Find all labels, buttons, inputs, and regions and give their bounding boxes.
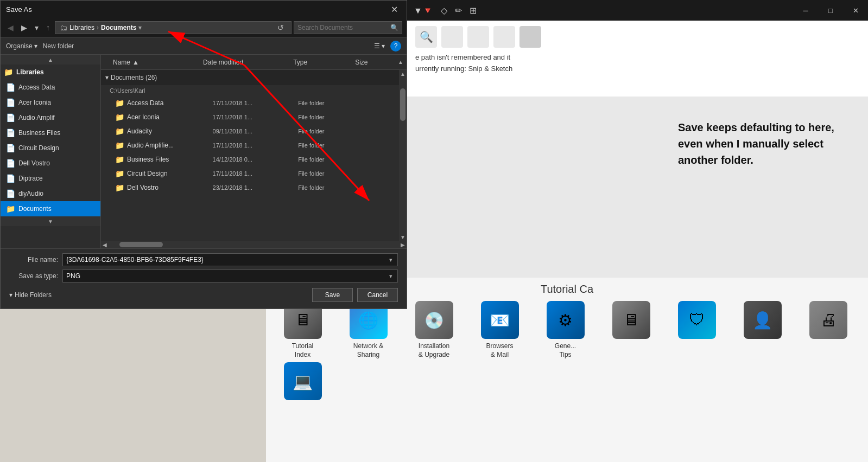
new-folder-button[interactable]: New folder xyxy=(43,42,74,50)
filename-input-wrap: ▾ xyxy=(62,253,398,266)
annotation-text: Save keeps defaulting to here, even when… xyxy=(678,119,852,168)
filename-input[interactable] xyxy=(66,256,388,264)
access-data-file-icon: 📁 xyxy=(115,99,124,107)
nav-item-acer-iconia[interactable]: 📄 Acer Iconia xyxy=(1,95,100,110)
dialog-bottom: File name: ▾ Save as type: ▾ ▾ Hide Fold… xyxy=(1,248,407,309)
dialog-toolbar: Organise ▾ New folder ☰ ▾ ? xyxy=(1,37,407,55)
nav-libraries-header: 📁 Libraries xyxy=(1,65,100,80)
nav-item-diyaudio[interactable]: 📄 diyAudio xyxy=(1,186,100,201)
cancel-button[interactable]: Cancel xyxy=(357,288,398,302)
tutorial-icon-network[interactable]: 🌐 Network &Sharing xyxy=(337,301,400,359)
diyaudio-icon: 📄 xyxy=(6,189,15,198)
dell-vostro-file-icon: 📁 xyxy=(115,183,124,192)
file-list-area: Name ▲ Date modified Type Size ▲ xyxy=(101,55,407,248)
vertical-scrollbar[interactable]: ▲ ▼ xyxy=(399,70,407,241)
file-row-audio-amp[interactable]: 📁 Audio Amplifie... 17/11/2018 1... File… xyxy=(101,138,399,152)
tutorial-icon-user[interactable]: 👤 xyxy=(731,301,794,359)
scroll-left-arrow[interactable]: ◀ xyxy=(101,241,109,248)
dell-vostro-icon: 📄 xyxy=(6,159,15,168)
save-button[interactable]: Save xyxy=(312,288,353,302)
horizontal-scrollbar[interactable]: ◀ ▶ xyxy=(101,241,407,248)
dialog-close-button[interactable]: ✕ xyxy=(388,3,401,16)
dialog-title: Save As xyxy=(6,5,32,14)
nav-dropdown-button[interactable]: ▾ xyxy=(32,22,41,33)
hide-folders-button[interactable]: ▾ Hide Folders xyxy=(9,291,52,299)
pdf-icon-strip: 🔍 xyxy=(415,26,860,48)
tutorial-icon-install[interactable]: 💿 Installation& Upgrade xyxy=(403,301,465,359)
scroll-h-thumb[interactable] xyxy=(119,242,163,247)
help-button[interactable]: ? xyxy=(390,41,401,52)
list-scroll-up[interactable]: ▲ xyxy=(397,55,404,70)
nav-up-button[interactable]: ↑ xyxy=(43,22,53,33)
filter-icon[interactable]: ▼🔻 xyxy=(414,5,433,16)
tutorial-icon-blue[interactable]: 💻 xyxy=(271,362,334,403)
tutorial-icon-shield[interactable]: 🛡 xyxy=(666,301,728,359)
documents-icon: 📁 xyxy=(6,204,15,213)
file-row-dell-vostro[interactable]: 📁 Dell Vostro 23/12/2018 1... File folde… xyxy=(101,181,399,195)
window-controls: ─ □ ✕ xyxy=(793,0,868,21)
tutorial-icon-index[interactable]: 🖥 TutorialIndex xyxy=(271,301,334,359)
breadcrumb-libraries: Libraries xyxy=(69,24,94,31)
col-header-type[interactable]: Type xyxy=(290,59,352,66)
icon-grid: 🖥 TutorialIndex 🌐 Network &Sharing 💿 Ins… xyxy=(266,301,868,403)
file-row-acer-iconia[interactable]: 📁 Acer Iconia 17/11/2018 1... File folde… xyxy=(101,110,399,124)
crop-icon[interactable]: ⊞ xyxy=(470,5,477,16)
nav-forward-button[interactable]: ▶ xyxy=(18,22,30,33)
circuit-design-file-icon: 📁 xyxy=(115,169,124,178)
view-button[interactable]: ☰ ▾ xyxy=(374,42,385,50)
pdf-text-line1: e path isn't remembered and it xyxy=(415,53,860,61)
nav-scroll-down[interactable]: ▼ xyxy=(1,216,100,226)
close-button[interactable]: ✕ xyxy=(843,0,868,21)
savetype-input[interactable] xyxy=(66,272,388,280)
pdf-thumb-4 xyxy=(493,26,515,48)
breadcrumb-sep: › xyxy=(97,24,99,31)
scroll-right-arrow[interactable]: ▶ xyxy=(399,241,407,248)
tutorial-icon-network-label: Network &Sharing xyxy=(353,342,383,359)
nav-item-circuit-design[interactable]: 📄 Circuit Design xyxy=(1,140,100,156)
nav-item-audio-amplif[interactable]: 📄 Audio Amplif xyxy=(1,110,100,125)
tutorial-icon-index-label: TutorialIndex xyxy=(292,342,314,359)
file-row-access-data[interactable]: 📁 Access Data 17/11/2018 1... File folde… xyxy=(101,96,399,110)
nav-item-access-data[interactable]: 📄 Access Data xyxy=(1,80,100,95)
tutorial-icon-general[interactable]: ⚙ Gene...Tips xyxy=(534,301,597,359)
pdf-doc-top: 🔍 e path isn't remembered and it urrentl… xyxy=(407,21,868,97)
col-header-name[interactable]: Name ▲ xyxy=(110,59,200,66)
tutorial-icon-monitor2[interactable]: 🖥 xyxy=(600,301,662,359)
savetype-dropdown-btn[interactable]: ▾ xyxy=(388,273,394,280)
breadcrumb-icon: 🗂 xyxy=(60,23,67,32)
libraries-folder-icon: 📁 xyxy=(4,68,13,76)
file-content: ▾ Documents (26) C:\Users\Karl 📁 Access … xyxy=(101,70,407,241)
pdf-toolbar-left: ▼🔻 ◇ ✏ ⊞ xyxy=(414,5,477,16)
file-row-circuit-design[interactable]: 📁 Circuit Design 17/11/2018 1... File fo… xyxy=(101,166,399,181)
eraser-icon[interactable]: ◇ xyxy=(441,5,447,16)
search-box: 🔍 xyxy=(294,21,402,34)
nav-back-button[interactable]: ◀ xyxy=(5,22,16,33)
scroll-down-arrow[interactable]: ▼ xyxy=(399,233,407,241)
pen-icon[interactable]: ✏ xyxy=(455,5,462,16)
scroll-thumb[interactable] xyxy=(400,88,406,121)
breadcrumb-dropdown[interactable]: ▾ xyxy=(138,24,142,31)
nav-item-business-files[interactable]: 📄 Business Files xyxy=(1,125,100,140)
pdf-thumb-3 xyxy=(467,26,489,48)
file-row-audacity[interactable]: 📁 Audacity 09/11/2018 1... File folder xyxy=(101,124,399,138)
nav-item-diptrace[interactable]: 📄 Diptrace xyxy=(1,171,100,186)
tutorial-icon-general-label: Gene...Tips xyxy=(555,342,576,359)
col-header-date[interactable]: Date modified xyxy=(200,59,290,66)
nav-item-dell-vostro[interactable]: 📄 Dell Vostro xyxy=(1,156,100,171)
filename-dropdown-btn[interactable]: ▾ xyxy=(388,256,394,264)
organise-button[interactable]: Organise ▾ xyxy=(6,42,37,50)
tutorial-icon-browser[interactable]: 📧 Browsers& Mail xyxy=(468,301,531,359)
pdf-thumb-1: 🔍 xyxy=(415,26,437,48)
search-input[interactable] xyxy=(297,24,388,31)
col-header-size[interactable]: Size xyxy=(352,59,397,66)
nav-scroll-up[interactable]: ▲ xyxy=(1,55,100,65)
minimize-button[interactable]: ─ xyxy=(793,0,818,21)
tutorial-icon-print[interactable]: 🖨 xyxy=(797,301,859,359)
file-row-business-files[interactable]: 📁 Business Files 14/12/2018 0... File fo… xyxy=(101,152,399,166)
diptrace-icon: 📄 xyxy=(6,174,15,183)
nav-item-documents[interactable]: 📁 Documents xyxy=(1,201,100,216)
scroll-up-arrow[interactable]: ▲ xyxy=(399,70,407,78)
restore-button[interactable]: □ xyxy=(818,0,843,21)
address-bar: ◀ ▶ ▾ ↑ 🗂 Libraries › Documents ▾ ↺ 🔍 xyxy=(1,18,407,37)
refresh-button[interactable]: ↺ xyxy=(275,22,287,33)
